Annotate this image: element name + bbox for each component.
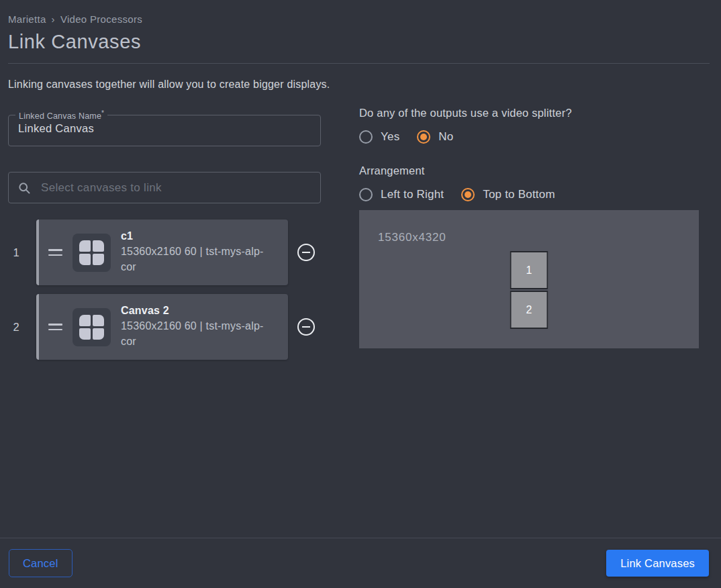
cancel-button[interactable]: Cancel xyxy=(9,549,73,577)
radio-no[interactable] xyxy=(417,130,430,144)
link-canvases-page: Marietta › Video Processors Link Canvase… xyxy=(0,0,721,360)
arrangement-radio-group: Left to Right Top to Bottom xyxy=(359,188,699,201)
preview-tile-1: 1 xyxy=(510,251,548,289)
right-column: Do any of the outputs use a video splitt… xyxy=(359,107,699,348)
radio-yes[interactable] xyxy=(359,130,373,144)
canvas-grid-icon xyxy=(73,308,111,346)
header-divider xyxy=(8,63,710,64)
content: Linked Canvas Name* 1 xyxy=(8,107,713,360)
canvas-details: 15360x2160 60 | tst-mys-alp-cor xyxy=(121,244,277,274)
splitter-question-label: Do any of the outputs use a video splitt… xyxy=(359,107,699,119)
page-title: Link Canvases xyxy=(8,31,713,53)
linked-canvas-list: 1 c1 15360x2160 60 | tst-mys-alp-cor xyxy=(8,219,321,360)
splitter-radio-group: Yes No xyxy=(359,130,699,144)
canvas-info: Canvas 2 15360x2160 60 | tst-mys-alp-cor xyxy=(121,305,277,348)
canvas-card[interactable]: c1 15360x2160 60 | tst-mys-alp-cor xyxy=(36,219,288,285)
arrangement-label: Arrangement xyxy=(359,164,699,177)
breadcrumb-separator-icon: › xyxy=(52,13,55,25)
preview-tile-2: 2 xyxy=(510,291,548,329)
canvas-grid-icon xyxy=(73,234,111,272)
breadcrumb: Marietta › Video Processors xyxy=(8,13,713,25)
combined-resolution-label: 15360x4320 xyxy=(378,231,446,244)
arrangement-preview-panel: 15360x4320 1 2 xyxy=(359,210,699,348)
canvas-details: 15360x2160 60 | tst-mys-alp-cor xyxy=(121,319,277,348)
canvas-row-1: 1 c1 15360x2160 60 | tst-mys-alp-cor xyxy=(8,219,321,285)
footer: Cancel Link Canvases xyxy=(0,538,721,588)
linked-canvas-name-label: Linked Canvas Name* xyxy=(15,109,107,121)
link-canvases-button[interactable]: Link Canvases xyxy=(606,550,709,577)
drag-handle-icon[interactable] xyxy=(48,249,62,256)
radio-top-to-bottom-label[interactable]: Top to Bottom xyxy=(483,188,555,201)
canvas-order-number: 1 xyxy=(8,246,24,259)
remove-canvas-icon[interactable] xyxy=(297,244,315,261)
linked-canvas-name-field: Linked Canvas Name* xyxy=(8,115,321,146)
breadcrumb-marietta[interactable]: Marietta xyxy=(8,13,46,25)
radio-top-to-bottom[interactable] xyxy=(461,188,475,201)
drag-handle-icon[interactable] xyxy=(48,324,62,330)
canvas-name: Canvas 2 xyxy=(121,305,277,317)
canvas-search-field xyxy=(8,172,321,203)
page-description: Linking canvases together will allow you… xyxy=(8,79,713,91)
canvas-row-2: 2 Canvas 2 15360x2160 60 | tst-mys-alp-c… xyxy=(8,294,321,360)
required-marker: * xyxy=(101,109,104,117)
canvas-info: c1 15360x2160 60 | tst-mys-alp-cor xyxy=(121,230,277,274)
canvas-card[interactable]: Canvas 2 15360x2160 60 | tst-mys-alp-cor xyxy=(36,294,288,360)
canvas-search-input[interactable] xyxy=(41,181,311,195)
radio-no-label[interactable]: No xyxy=(438,130,453,144)
radio-left-to-right[interactable] xyxy=(359,188,373,201)
radio-left-to-right-label[interactable]: Left to Right xyxy=(381,188,444,201)
search-icon xyxy=(17,181,31,195)
breadcrumb-video-processors[interactable]: Video Processors xyxy=(60,13,142,25)
canvas-order-number: 2 xyxy=(8,321,24,334)
remove-canvas-icon[interactable] xyxy=(297,318,315,336)
radio-yes-label[interactable]: Yes xyxy=(381,130,399,144)
preview-tiles: 1 2 xyxy=(510,251,548,329)
canvas-name: c1 xyxy=(121,230,277,242)
left-column: Linked Canvas Name* 1 xyxy=(8,107,321,360)
